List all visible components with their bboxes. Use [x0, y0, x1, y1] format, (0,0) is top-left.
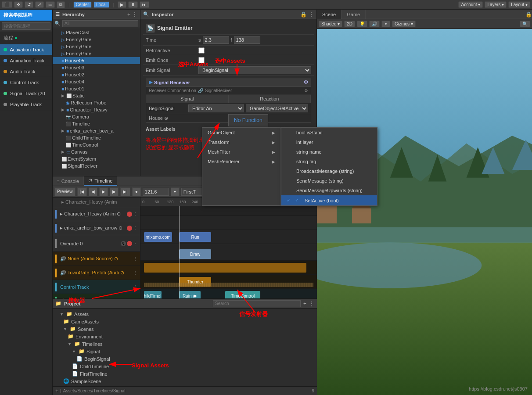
time-f-input[interactable]	[234, 36, 260, 44]
sidebar-activation-track[interactable]: Activation Track	[0, 44, 52, 55]
toolbar-rect[interactable]: ▭	[46, 1, 55, 8]
reaction-gameobject-dropdown[interactable]: GameObject.SetActive	[246, 104, 308, 112]
toolbar-local[interactable]: Local	[93, 1, 109, 8]
submenu-sendmessage[interactable]: SendMessage (string)	[281, 176, 377, 186]
tree-item-character-heavy[interactable]: ▶ ■ Character_Heavy	[53, 106, 140, 113]
project-gameassets[interactable]: 📁 GameAssets	[54, 318, 315, 325]
sidebar-signal-track[interactable]: Signal Track (20	[0, 88, 52, 99]
tree-item-house01[interactable]: ■ House01	[53, 85, 140, 92]
project-signal-folder[interactable]: ▼ 📁 Signal	[54, 348, 315, 355]
submenu-string-tag[interactable]: string tag	[281, 157, 377, 166]
sidebar-nav-1[interactable]: 流程 ●	[0, 32, 52, 44]
scene-audio[interactable]: 🔊	[369, 21, 380, 27]
scene-lock[interactable]: 🔒	[525, 11, 532, 18]
submenu-bool-isstatic[interactable]: bool isStatic	[281, 128, 377, 137]
tree-item-house02[interactable]: ■ House02	[53, 71, 140, 78]
tree-item-reflection[interactable]: ◉ Reflection Probe	[53, 99, 140, 106]
project-add-btn[interactable]: +	[55, 388, 58, 394]
dropdown-transform[interactable]: Transform ▶	[202, 137, 280, 147]
tab-scene[interactable]: Scene	[317, 10, 341, 19]
timeline-track-label-3[interactable]: Override 0 🎙 ⋮	[53, 235, 140, 252]
project-samplescene[interactable]: 🌐 SampleScene	[54, 377, 315, 385]
track-menu-6[interactable]: ⋮	[133, 284, 137, 289]
project-environment[interactable]: 📁 Environment	[54, 333, 315, 340]
scene-gizmos[interactable]: Gizmos ▾	[392, 21, 416, 27]
submenu-string-name[interactable]: string name	[281, 147, 377, 157]
timeline-track-label-6[interactable]: Control Track ⋮	[53, 280, 140, 294]
retroactive-checkbox[interactable]	[198, 47, 205, 54]
track-record-1[interactable]	[127, 212, 132, 217]
clip-draw[interactable]: Draw	[179, 249, 211, 259]
tab-game[interactable]: Game	[341, 10, 366, 19]
tree-item-static[interactable]: ▶ ⬜ Static	[53, 92, 140, 99]
tree-item-playercast[interactable]: ▷ PlayerCast	[53, 29, 140, 36]
tree-item-canvas[interactable]: ▶ ▭ Canvas	[53, 148, 140, 155]
timeline-track-label-7[interactable]: 🔔 SignalReciver (Signal R ⊙ ⋮	[53, 294, 140, 298]
toolbar-center[interactable]: Center	[73, 1, 92, 8]
dropdown-gameobject[interactable]: GameObject ▶	[202, 128, 280, 137]
track-menu-1[interactable]: ⋮	[133, 212, 137, 216]
emitsignal-dropdown[interactable]: BeginSignal	[198, 66, 311, 74]
tree-item-house05[interactable]: ■ House05	[53, 57, 140, 64]
tree-item-timecontrol[interactable]: ⬜ TimeControl	[53, 141, 140, 148]
inspector-lock[interactable]: 🔒	[300, 11, 307, 18]
timeline-end[interactable]: ▶|	[120, 187, 130, 196]
track-menu-2[interactable]: ⋮	[133, 226, 137, 230]
scene-2d[interactable]: 2D	[344, 21, 355, 27]
project-beginsignal[interactable]: 📄 BeginSignal	[54, 355, 315, 363]
reaction-editoranim-dropdown[interactable]: Editor An	[188, 104, 244, 112]
track-record-2[interactable]	[127, 226, 132, 231]
dropdown-meshfilter[interactable]: MeshFilter ▶	[202, 147, 280, 157]
inspector-menu[interactable]: ⋮	[309, 11, 314, 18]
project-add[interactable]: +	[303, 301, 306, 307]
sidebar-search-input[interactable]	[2, 22, 50, 30]
signal-receiver-settings[interactable]: ⚙	[304, 88, 308, 93]
clip-audio-bg[interactable]	[144, 263, 306, 273]
scene-effects[interactable]: ✦	[381, 21, 390, 27]
submenu-int-layer[interactable]: int layer	[281, 137, 377, 147]
timeline-track-label-4[interactable]: 🔊 None (Audio Source) ⊙ ⋮	[53, 252, 140, 266]
track-menu-3[interactable]: ⋮	[133, 241, 137, 246]
tab-console[interactable]: ≡ Console	[53, 176, 84, 186]
sidebar-playable-track[interactable]: Playable Track	[0, 99, 52, 110]
timeline-clip-dropdown[interactable]: ▾	[171, 187, 180, 196]
tree-item-signalreciver[interactable]: ⬜ SignalReciver	[53, 162, 140, 169]
toolbar-rotate[interactable]: ↺	[25, 1, 33, 8]
submenu-broadcast[interactable]: BroadcastMessage (string)	[281, 166, 377, 176]
submenu-setactive[interactable]: ✓ SetActive (bool)	[281, 195, 377, 205]
signal-receiver-gear[interactable]: ⚙	[304, 79, 308, 85]
toolbar-scale[interactable]: ⤢	[35, 1, 44, 8]
submenu-sendmessageupwards[interactable]: SendMessageUpwards (string)	[281, 186, 377, 195]
track-mic-3[interactable]: 🎙	[121, 241, 126, 246]
tree-item-childtimeline[interactable]: ⬛ ChildTimeline	[53, 134, 140, 141]
toolbar-step[interactable]: ⏭	[140, 1, 149, 8]
track-record-3[interactable]	[127, 241, 132, 246]
project-scenes[interactable]: ▼ 📁 Scenes	[54, 325, 315, 333]
scene-light[interactable]: 💡	[357, 21, 367, 27]
toolbar-play[interactable]: ▶	[118, 1, 126, 8]
sidebar-animation-track[interactable]: Animation Track	[0, 55, 52, 66]
clip-mixamo[interactable]: mixamo.com	[144, 232, 172, 242]
toolbar-account[interactable]: Account ▾	[458, 1, 483, 8]
scene-view[interactable]: X Y Z Persp	[317, 29, 532, 395]
timeline-record[interactable]: ●	[132, 187, 141, 196]
project-firsttimeline[interactable]: 📄 FirstTimeline	[54, 370, 315, 377]
timeline-time-input[interactable]	[143, 188, 169, 196]
tree-item-house03[interactable]: ■ House03	[53, 64, 140, 71]
tree-item-timeline[interactable]: ⬛ Timeline	[53, 120, 140, 127]
tree-item-eventsystem[interactable]: ⬜ EventSystem	[53, 155, 140, 162]
project-assets[interactable]: ▼ 📁 Assets	[54, 310, 315, 318]
tree-item-enemygate2[interactable]: ▷ EnemyGate	[53, 43, 140, 50]
timeline-track-label-5[interactable]: 🔊 TownGate_Prefab (Audi ⊙ ⋮	[53, 266, 140, 280]
tree-item-enemygate3[interactable]: ▷ EnemyGate	[53, 50, 140, 57]
timeline-prev[interactable]: ◀	[89, 187, 97, 196]
project-menu[interactable]: ⋮	[309, 301, 314, 307]
toolbar-pause[interactable]: ⏸	[128, 1, 138, 8]
clip-timecontrol[interactable]: TimeControl	[225, 291, 260, 298]
timeline-next[interactable]: ▶	[110, 187, 119, 196]
hierarchy-search-input[interactable]	[62, 20, 138, 27]
timeline-start[interactable]: |◀	[77, 187, 87, 196]
toolbar-transform2[interactable]: ⧉	[57, 1, 65, 8]
scene-search[interactable]: 🔍	[520, 21, 530, 27]
tree-item-enemygate1[interactable]: ▷ EnemyGate	[53, 36, 140, 43]
